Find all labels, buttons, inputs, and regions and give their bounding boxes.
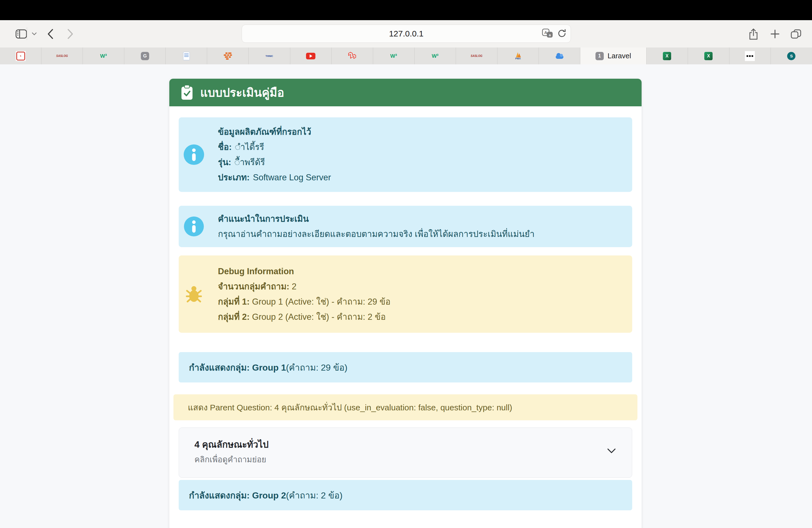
address-bar[interactable]: 127.0.0.1 A a [242,25,571,43]
clipboard-check-icon [181,85,193,100]
product-name-value: ◌ำไดี้รรี [235,142,264,152]
tab-cloud[interactable] [539,47,580,64]
tab-overview-button[interactable] [788,20,804,47]
sharepoint-logo-icon: S [787,52,795,60]
cloud-logo-icon [556,55,563,59]
info-icon [184,217,204,236]
phpmyadmin-logo-icon: PMA [514,52,522,60]
product-model-value: ◌ื้าพรีด้รี [234,157,265,167]
sidebar-menu-button[interactable] [29,20,39,47]
forward-button[interactable] [64,20,76,47]
tab-laravel-active[interactable]: 1 Laravel [580,47,647,64]
debug-title: Debug Information [218,264,391,279]
g-logo-icon: G [141,52,149,60]
excel-logo-icon: X [704,52,713,60]
tab-thnic[interactable]: THNIC [249,47,290,64]
product-model-row: รุ่น:◌ื้าพรีด้รี [218,155,331,170]
tab-excel-1[interactable]: X [647,47,688,64]
tab-strip: S SASLOG W³ G THNIC W³ W³ SASLOG PMA [0,47,812,64]
debug-box: Debug Information จำนวนกลุ่มคำถาม: 2 กลุ… [179,255,632,333]
scuat-logo-icon: S [16,51,26,61]
back-icon [47,29,53,39]
tab-youtube[interactable] [290,47,332,64]
laravel-logo-icon [348,52,356,60]
product-type-row: ประเภท:Software Log Server [218,170,331,185]
instructions-title: คำแนะนำในการประเมิน [218,211,534,226]
tab-g[interactable]: G [124,47,166,64]
browser-toolbar: 127.0.0.1 A a [0,20,812,48]
group1-banner: กำลังแสดงกลุ่ม: Group 1 (คำถาม: 29 ข้อ) [179,352,632,382]
accordion-title: 4 คุณลักษณะทั่วไป [194,437,269,452]
new-tab-button[interactable] [767,20,783,47]
info-icon [184,144,204,165]
w3schools-logo-icon: W³ [390,53,397,59]
thnic-logo-icon: THNIC [265,55,273,57]
parent-question-accordion[interactable]: 4 คุณลักษณะทั่วไป คลิกเพื่อดูคำถามย่อย [179,427,632,478]
tab-w3schools[interactable]: W³ [83,47,124,64]
plus-icon [770,29,780,39]
debug-count-row: จำนวนกลุ่มคำถาม: 2 [218,279,391,294]
sidebar-icon [15,29,27,39]
reload-icon [557,28,567,38]
translate-button[interactable]: A a [542,28,553,40]
tab-w3schools-2[interactable]: W³ [373,47,415,64]
debug-group2-row: กลุ่มที่ 2: Group 2 (Active: ใช่) - คำถา… [218,309,391,324]
tab-sharepoint[interactable]: S [771,47,812,64]
tab-saslog[interactable]: SASLOG [41,47,83,64]
product-info-title: ข้อมูลผลิตภัณฑ์ที่กรอกไว้ [218,124,331,140]
product-info-box: ข้อมูลผลิตภัณฑ์ที่กรอกไว้ ชื่อ:◌ำไดี้รรี… [179,117,632,192]
share-button[interactable] [746,20,761,47]
forward-icon [68,29,73,39]
reload-button[interactable] [557,28,567,39]
menu-bar [0,0,812,20]
debug-group1-row: กลุ่มที่ 1: Group 1 (Active: ใช่) - คำถา… [218,294,391,309]
tabs-icon [791,29,801,39]
svg-text:a: a [549,33,551,37]
back-button[interactable] [44,20,56,47]
saslog-logo-icon: SASLOG [470,54,482,57]
share-icon [749,28,758,40]
page-title: แบบประเมินคู่มือ [200,84,284,102]
active-tab-label: Laravel [608,52,631,60]
youtube-logo-icon [306,53,315,59]
tab-scuat[interactable]: S [0,47,41,64]
translate-icon: A a [542,28,553,39]
url-text: 127.0.0.1 [389,29,423,39]
product-name-row: ชื่อ:◌ำไดี้รรี [218,140,331,155]
w3schools-logo-icon: W³ [432,53,438,59]
excel-logo-icon: X [663,52,671,60]
laravel-tab-badge-icon: 1 [595,52,604,60]
chevron-down-icon[interactable] [607,448,616,453]
sidebar-toggle-button[interactable] [14,20,28,47]
instructions-text: กรุณาอ่านคำถามอย่างละเอียดและตอบตามความจ… [218,226,534,241]
page-content: แบบประเมินคู่มือ ข้อมูลผลิตภัณฑ์ที่กรอกไ… [0,64,812,528]
saslog-logo-icon: SASLOG [56,54,68,57]
instructions-box: คำแนะนำในการประเมิน กรุณาอ่านคำถามอย่างล… [179,206,632,247]
w3schools-logo-icon: W³ [100,53,107,59]
tab-saslog-2[interactable]: SASLOG [456,47,497,64]
card-header: แบบประเมินคู่มือ [169,79,642,106]
tab-phpmyadmin[interactable]: PMA [497,47,539,64]
evaluation-card: แบบประเมินคู่มือ ข้อมูลผลิตภัณฑ์ที่กรอกไ… [169,79,642,528]
bug-icon [184,284,204,304]
document-logo-icon [183,52,190,60]
tab-document[interactable] [166,47,207,64]
chevron-down-icon [32,32,37,35]
product-type-value: Software Log Server [253,173,331,182]
group2-banner: กำลังแสดงกลุ่ม: Group 2 (คำถาม: 2 ข้อ) [179,480,632,510]
tab-orange-blocks[interactable] [207,47,249,64]
accordion-subtitle: คลิกเพื่อดูคำถามย่อย [194,453,266,466]
svg-text:A: A [545,30,547,35]
tab-laravel-icon-only[interactable] [332,47,373,64]
tab-excel-2[interactable]: X [688,47,729,64]
more-tabs-icon [745,51,755,61]
tab-w3schools-3[interactable]: W³ [415,47,456,64]
parent-question-banner: แสดง Parent Question: 4 คุณลักษณะทั่วไป … [173,394,637,420]
tab-more[interactable] [729,47,771,64]
orange-blocks-logo-icon [224,53,232,60]
